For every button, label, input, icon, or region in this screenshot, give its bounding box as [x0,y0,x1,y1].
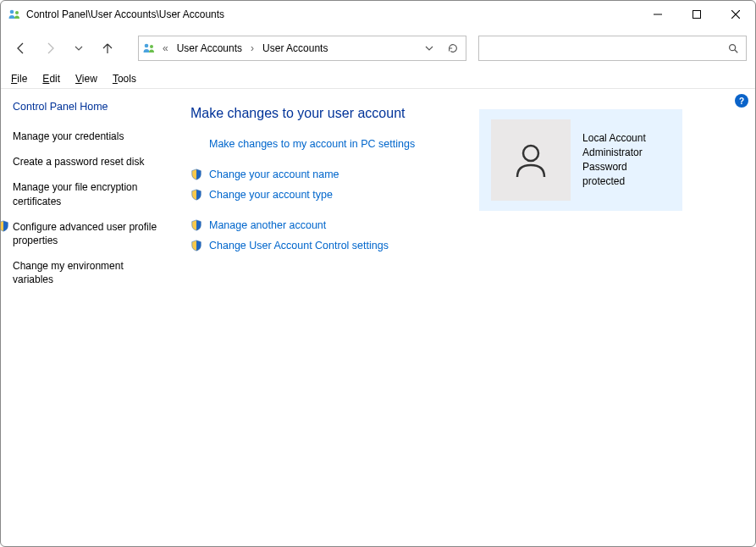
sidebar-item-label: Manage your file encryption certificates [13,180,160,207]
breadcrumb-prefix[interactable]: « [161,42,170,54]
address-bar-icon [142,41,156,55]
chevron-right-icon[interactable]: › [249,42,256,54]
control-panel-home-link[interactable]: Control Panel Home [13,101,160,113]
svg-point-6 [145,44,149,48]
link-label: Change User Account Control settings [209,240,389,251]
menu-tools[interactable]: Tools [111,71,138,86]
sidebar-item-password-reset[interactable]: Create a password reset disk [13,155,160,169]
svg-point-7 [150,45,153,48]
sidebar-item-label: Change my environment variables [13,259,160,286]
link-label: Manage another account [209,219,326,231]
window-title: Control Panel\User Accounts\User Account… [26,8,224,20]
sidebar-item-label: Configure advanced user profile properti… [13,220,160,247]
title-bar: Control Panel\User Accounts\User Account… [1,1,755,28]
svg-line-9 [735,50,738,53]
svg-point-10 [523,146,538,161]
link-label: Change your account type [209,189,333,201]
shield-icon [190,189,204,201]
minimize-button[interactable] [638,1,677,28]
menu-file[interactable]: File [9,71,29,86]
sidebar-item-encryption-certs[interactable]: Manage your file encryption certificates [13,180,160,207]
link-change-uac-settings[interactable]: Change User Account Control settings [190,240,742,251]
sidebar-item-label: Create a password reset disk [13,155,144,169]
search-input[interactable] [486,41,727,55]
account-card: Local Account Administrator Password pro… [479,109,682,211]
account-role: Administrator [582,146,670,160]
search-icon[interactable] [727,42,739,54]
main-content: ? Make changes to your user account Make… [168,89,755,546]
search-box[interactable] [478,36,747,61]
svg-rect-3 [693,11,701,19]
breadcrumb-label: User Accounts [262,42,328,54]
help-icon[interactable]: ? [735,94,748,108]
link-label: Make changes to my account in PC setting… [209,138,415,150]
refresh-button[interactable] [444,36,462,60]
address-dropdown-button[interactable] [420,36,439,60]
sidebar-item-credentials[interactable]: Manage your credentials [13,130,160,143]
account-type: Local Account [582,131,670,146]
shield-icon [0,220,9,247]
menu-view[interactable]: View [74,71,99,86]
breadcrumb-item-1[interactable]: User Accounts [261,36,329,60]
shield-icon [190,240,204,251]
maximize-button[interactable] [677,1,716,28]
address-bar[interactable]: « User Accounts › User Accounts [138,36,466,61]
forward-button[interactable] [38,36,62,60]
menu-bar: File Edit View Tools [1,69,755,89]
link-manage-another-account[interactable]: Manage another account [190,219,742,231]
breadcrumb-label: User Accounts [177,42,242,54]
account-password-status: Password protected [582,160,670,189]
person-icon [510,140,551,180]
back-button[interactable] [9,36,33,60]
shield-icon [190,169,204,180]
account-details: Local Account Administrator Password pro… [582,131,670,188]
link-label: Change your account name [209,169,339,180]
sidebar-item-advanced-profile[interactable]: Configure advanced user profile properti… [13,220,160,247]
nav-toolbar: « User Accounts › User Accounts [1,28,755,69]
recent-locations-button[interactable] [67,36,91,60]
svg-point-0 [10,10,14,14]
shield-icon [190,219,204,231]
sidebar-item-env-vars[interactable]: Change my environment variables [13,259,160,286]
sidebar-item-label: Manage your credentials [13,130,124,143]
svg-point-1 [15,11,19,14]
app-icon [8,8,21,21]
avatar [491,119,571,201]
breadcrumb-item-0[interactable]: User Accounts [175,36,244,60]
close-button[interactable] [716,1,755,28]
svg-point-8 [730,45,736,51]
up-button[interactable] [96,36,119,60]
menu-edit[interactable]: Edit [41,71,62,86]
sidebar: Control Panel Home Manage your credentia… [1,89,168,546]
